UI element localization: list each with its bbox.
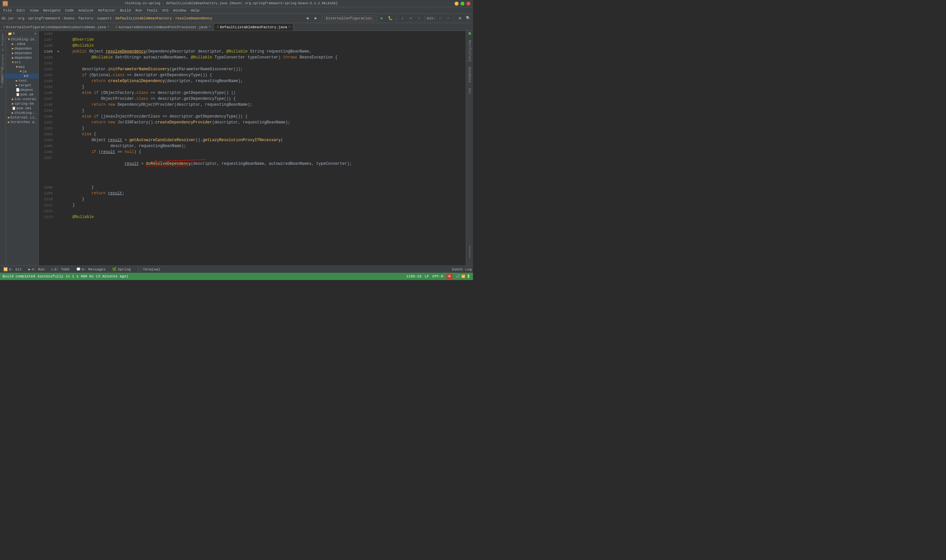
menu-analyze[interactable]: Analyze [76,8,95,13]
cursor-position[interactable]: 1189:19 [406,274,421,278]
tree-item-dep1[interactable]: ▶ dependen [6,46,39,51]
tree-item-pom2[interactable]: 📋 pom.xml [6,106,39,111]
minimize-button[interactable] [455,2,459,6]
forward-button[interactable]: ▶ [313,15,320,22]
tab-external-config[interactable]: J ExternalConfigurationDependencySourceD… [0,23,112,31]
maximize-button[interactable] [461,2,464,6]
git-label: Git: [427,16,436,20]
database-button[interactable]: Database [467,66,472,84]
code-line-1208: 1208 } [39,185,466,191]
messages-tab[interactable]: 💬 0: Messages [74,266,108,272]
menu-vcs[interactable]: VCS [160,8,171,13]
breadcrumb-factory[interactable]: factory [78,16,93,20]
git-commit-button[interactable]: ✓ [407,15,414,22]
git-push-button[interactable]: ↑ [416,15,423,22]
tree-item-idea[interactable]: ▶ .idea [6,42,39,46]
project-panel-header: 📁 P. ⚙ [6,31,39,37]
code-line-1200: 1200 else if (javaxInjectProviderClass =… [39,114,466,120]
breadcrumb-method[interactable]: resolveDependency [176,16,212,20]
favorites-button[interactable]: 2: Favorites [0,66,6,89]
tab-close-3[interactable]: × [288,25,290,29]
breadcrumb-support[interactable]: support [97,16,112,20]
tab-default-listable[interactable]: J DefaultListableBeanFactory.java × [214,23,293,31]
menu-refactor[interactable]: Refactor [96,8,118,13]
scrollbar-area [469,98,470,258]
title-bar: IJ thinking-in-spring - DefaultListableB… [0,0,473,7]
code-line-1212: 1212 [39,208,466,214]
search-button[interactable]: 🔍 [464,15,472,22]
tree-item-thinking[interactable]: ▶ thinking-in [6,111,39,115]
xml-icon: 📋 [16,92,20,97]
settings-icon-small[interactable]: ⚙ [34,32,37,36]
code-line-1186: 1186 [39,31,466,37]
close-button[interactable] [467,2,470,6]
toolbar: SE.jar › org › springframework › beans ›… [0,14,473,23]
git-update-button[interactable]: ↓ [399,15,406,22]
folder-icon: ▶ [12,56,14,60]
run-button[interactable]: ▶ [378,15,386,22]
project-panel: 📁 P. ⚙ ▼ thinking-in-s ▶ .idea ▶ depende… [6,31,39,266]
menu-edit[interactable]: Edit [14,8,27,13]
tab-close-1[interactable]: × [108,25,109,29]
tree-item-target[interactable]: ▶ target [6,83,39,88]
tree-item-pom1[interactable]: 📋 pom.xm [6,92,39,97]
code-line-1213: 1213 @Nullable [39,214,466,220]
tree-item-ioc[interactable]: ▶ ioc-contai [6,97,39,102]
breadcrumb-beans[interactable]: beans [64,16,75,20]
folder-icon: ▼ [20,70,22,74]
tree-item-java[interactable]: ▼ ja [6,69,39,74]
toolbar-right: ↓ ✓ ↑ Git: ✓ ✓ ⚙ 🔍 [399,15,472,22]
back-button[interactable]: ◀ [304,15,311,22]
menu-navigate[interactable]: Navigate [41,8,62,13]
run-config-dropdown[interactable]: ExternalConfigurationDependencySourceDem… [325,16,377,21]
menu-view[interactable]: View [28,8,40,13]
tree-item-src[interactable]: ▼ src [6,60,39,65]
encoding-label[interactable]: UTF-8 [432,274,443,278]
tree-item-external[interactable]: ▶ External Libra [6,115,39,120]
git-tab[interactable]: 🔀 9: Git [1,266,24,272]
code-line-1187: 1187 @Override [39,37,466,43]
settings-button[interactable]: ⚙ [456,15,464,22]
tab-close-2[interactable]: × [209,25,211,29]
code-line-1204: 1204 Object result = getAutowireCandidat… [39,137,466,143]
breadcrumb-jar[interactable]: SE.jar [1,16,14,20]
git-tick2[interactable]: ✓ [445,15,452,22]
status-indicator [468,32,471,35]
menu-tools[interactable]: Tools [145,8,159,13]
tree-item-root[interactable]: ▼ thinking-in-s [6,37,39,42]
debug-button[interactable]: 🐛 [387,15,394,22]
ant-button[interactable]: Ant [467,87,472,95]
tree-item-scratches[interactable]: ▶ Scratches and [6,120,39,125]
menu-build[interactable]: Build [118,8,133,13]
menu-help[interactable]: Help [189,8,201,13]
tree-item-depenc[interactable]: 📄 depenc [6,88,39,92]
menu-file[interactable]: File [1,8,14,13]
menu-code[interactable]: Code [63,8,75,13]
restful-tool-button[interactable]: RestfulTool [467,39,472,63]
code-scroll-area[interactable]: 1186 1187 @Override 1188 @Nullable 1189 [39,31,466,266]
todo-tab[interactable]: ☑ 6: TODO [49,266,72,272]
project-panel-button[interactable]: 1: Project [1,32,5,52]
window-controls[interactable] [455,2,470,6]
run-tab[interactable]: ▶ 4: Run [26,266,47,272]
menu-run[interactable]: Run [133,8,144,13]
tab-autowired[interactable]: J AutowiredAnnotationBeanPostProcessor.j… [112,23,214,31]
breadcrumb-springframework[interactable]: springframework [28,16,60,20]
tree-item-dep3[interactable]: ▶ dependen [6,55,39,60]
terminal-tab[interactable]: ⬛ Terminal [135,266,162,272]
tree-item-dep2[interactable]: ▶ dependen [6,51,39,55]
breadcrumb-org[interactable]: org [18,16,24,20]
event-log-label[interactable]: Event Log [452,268,472,271]
line-ending[interactable]: LF [425,274,429,278]
tree-item-test[interactable]: ▶ test [6,78,39,83]
tree-item-main[interactable]: ▼ mai [6,65,39,69]
scrollbar-thumb[interactable] [469,245,470,258]
code-line-1196: 1196 else if (ObjectFactory.class == des… [39,90,466,96]
tree-item-spring[interactable]: ▶ spring-be [6,102,39,106]
breadcrumb-class[interactable]: DefaultListableBeanFactory [116,16,172,20]
git-tab-icon: 🔀 [3,267,8,271]
tree-item-r[interactable]: ▼ R [6,74,39,78]
git-tick1[interactable]: ✓ [436,15,444,22]
menu-window[interactable]: Window [171,8,188,13]
spring-tab[interactable]: 🌿 Spring [110,266,133,272]
